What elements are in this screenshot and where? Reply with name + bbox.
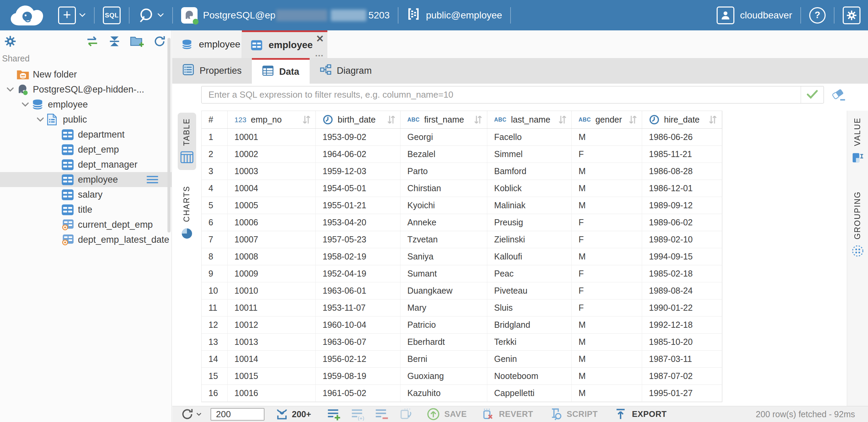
grid-cell[interactable]: Preusig <box>487 214 572 231</box>
grid-cell[interactable]: 1953-04-20 <box>316 214 401 231</box>
grid-cell[interactable]: Kyoichi <box>401 197 487 214</box>
grid-cell[interactable]: 1958-02-19 <box>316 248 401 265</box>
close-icon[interactable]: ✕ <box>316 34 324 44</box>
sort-icon[interactable] <box>708 114 718 125</box>
grid-cell[interactable]: 10009 <box>228 265 316 282</box>
grid-cell[interactable]: Bezalel <box>401 146 487 163</box>
gear-icon[interactable] <box>4 35 16 47</box>
grid-cell[interactable]: Guoxiang <box>401 368 487 384</box>
connection-selector[interactable]: PostgreSQL@ep 5203 <box>181 7 390 24</box>
grid-cell[interactable]: F <box>572 265 642 282</box>
grid-cell[interactable]: 1989-02-10 <box>642 231 722 248</box>
tree-item-current-dept-emp[interactable]: current_dept_emp <box>0 217 172 232</box>
new-connection-button[interactable]: + <box>58 6 76 24</box>
grid-cell[interactable]: 1986-12-01 <box>642 180 722 197</box>
tab-menu-icon[interactable]: … <box>315 50 324 57</box>
tree-item-dept-emp[interactable]: dept_emp <box>0 142 172 157</box>
save-button[interactable]: SAVE <box>444 409 467 419</box>
new-folder-icon[interactable] <box>130 35 144 47</box>
sort-icon[interactable] <box>558 114 567 125</box>
rail-tab-grouping[interactable]: GROUPING <box>850 188 865 262</box>
grid-cell[interactable]: M <box>572 197 642 214</box>
row-number[interactable]: 1 <box>202 129 228 145</box>
tab-data[interactable]: Data <box>252 58 310 84</box>
grid-cell[interactable]: 10014 <box>228 351 316 367</box>
column-header-gender[interactable]: ABCgender <box>572 111 642 128</box>
grid-cell[interactable]: M <box>572 180 642 197</box>
row-number[interactable]: 11 <box>202 299 228 316</box>
settings-button[interactable] <box>843 6 860 24</box>
grid-cell[interactable]: Sumant <box>401 265 487 282</box>
grid-cell[interactable]: Eberhardt <box>401 334 487 350</box>
rail-tab-table[interactable]: TABLE <box>178 113 196 170</box>
grid-cell[interactable]: Facello <box>487 129 572 145</box>
grid-cell[interactable]: Parto <box>401 163 487 180</box>
grid-cell[interactable]: 1964-06-02 <box>316 146 401 163</box>
grid-cell[interactable]: 1959-12-03 <box>316 163 401 180</box>
grid-cell[interactable]: 10007 <box>228 231 316 248</box>
driver-manager-icon[interactable] <box>138 7 154 24</box>
column-header-hire_date[interactable]: hire_date <box>642 111 722 128</box>
grid-cell[interactable]: Chirstian <box>401 180 487 197</box>
grid-cell[interactable]: F <box>572 231 642 248</box>
grid-cell[interactable]: 10005 <box>228 197 316 214</box>
grid-cell[interactable]: 1994-09-15 <box>642 248 722 265</box>
column-header-emp_no[interactable]: 123emp_no <box>228 111 316 128</box>
column-header-last_name[interactable]: ABClast_name <box>487 111 572 128</box>
tree-item-dept-emp-latest-date[interactable]: dept_emp_latest_date <box>0 232 172 247</box>
user-menu[interactable]: cloudbeaver <box>717 6 792 24</box>
grid-cell[interactable]: F <box>572 299 642 316</box>
grid-cell[interactable]: 10001 <box>228 129 316 145</box>
grid-cell[interactable]: 10008 <box>228 248 316 265</box>
help-icon[interactable]: ? <box>809 7 826 24</box>
apply-filter-button[interactable] <box>801 86 824 103</box>
row-number[interactable]: 13 <box>202 334 228 350</box>
fetch-size-input[interactable] <box>211 408 265 421</box>
tree-item-employee[interactable]: employee <box>0 172 172 187</box>
row-number[interactable]: 15 <box>202 368 228 384</box>
fetch-more-icon[interactable] <box>275 408 288 421</box>
grid-cell[interactable]: 10004 <box>228 180 316 197</box>
export-icon[interactable] <box>614 408 627 421</box>
grid-cell[interactable]: 1959-08-19 <box>316 368 401 384</box>
script-button[interactable]: SCRIPT <box>567 409 598 419</box>
grid-cell[interactable]: Patricio <box>401 316 487 333</box>
tree-item-dept-manager[interactable]: dept_manager <box>0 157 172 172</box>
grid-cell[interactable]: Simmel <box>487 146 572 163</box>
grid-cell[interactable]: Maliniak <box>487 197 572 214</box>
grid-cell[interactable]: M <box>572 334 642 350</box>
row-number[interactable]: 14 <box>202 351 228 367</box>
tree-item-new-folder[interactable]: New folder <box>0 67 172 82</box>
grid-cell[interactable]: 1990-01-22 <box>642 299 722 316</box>
grid-cell[interactable]: M <box>572 163 642 180</box>
grid-cell[interactable]: 10013 <box>228 334 316 350</box>
grid-cell[interactable]: Kazuhito <box>401 385 487 402</box>
grid-cell[interactable]: 10010 <box>228 282 316 299</box>
grid-cell[interactable]: 10002 <box>228 146 316 163</box>
grid-cell[interactable]: Bridgland <box>487 316 572 333</box>
grid-cell[interactable]: M <box>572 129 642 145</box>
grid-cell[interactable]: 10012 <box>228 316 316 333</box>
tree-item-public[interactable]: public <box>0 112 172 127</box>
grid-cell[interactable]: 1995-01-27 <box>642 385 722 402</box>
row-number[interactable]: 7 <box>202 231 228 248</box>
grid-cell[interactable]: F <box>572 146 642 163</box>
grid-cell[interactable]: 1957-05-23 <box>316 231 401 248</box>
row-number[interactable]: 6 <box>202 214 228 231</box>
grid-cell[interactable]: F <box>572 282 642 299</box>
sidebar-scrollbar[interactable] <box>167 38 171 233</box>
row-number[interactable]: 3 <box>202 163 228 180</box>
grid-cell[interactable]: M <box>572 248 642 265</box>
refresh-chevron-icon[interactable] <box>196 412 202 416</box>
grid-cell[interactable]: 1987-03-11 <box>642 351 722 367</box>
tree-item-employee[interactable]: employee <box>0 97 172 112</box>
save-icon[interactable] <box>426 407 440 421</box>
driver-manager-chevron-icon[interactable] <box>157 13 164 17</box>
grid-cell[interactable]: 10015 <box>228 368 316 384</box>
collapse-all-icon[interactable] <box>108 36 121 47</box>
row-number-header[interactable]: # <box>202 111 228 128</box>
duplicate-row-icon[interactable]: (+) <box>351 408 365 421</box>
grid-cell[interactable]: Berni <box>401 351 487 367</box>
grid-cell[interactable]: M <box>572 316 642 333</box>
edit-cell-icon[interactable] <box>399 408 413 421</box>
